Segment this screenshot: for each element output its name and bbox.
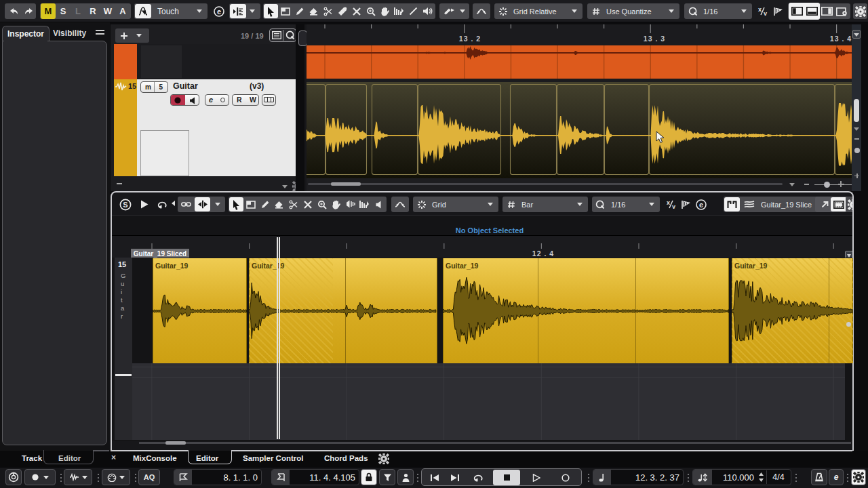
svg-text:y: y — [764, 10, 767, 16]
svg-text:y: y — [672, 203, 675, 209]
svg-text:x: x — [758, 7, 762, 13]
svg-text:13 . 4: 13 . 4 — [830, 35, 852, 43]
svg-text:e: e — [216, 7, 220, 15]
svg-text:x: x — [667, 200, 670, 206]
svg-text:13 . 3: 13 . 3 — [644, 35, 665, 43]
svg-text:12 . 4: 12 . 4 — [532, 249, 554, 258]
svg-text:e: e — [699, 200, 703, 208]
svg-text:13 . 2: 13 . 2 — [459, 35, 481, 43]
svg-text:S: S — [123, 201, 127, 209]
